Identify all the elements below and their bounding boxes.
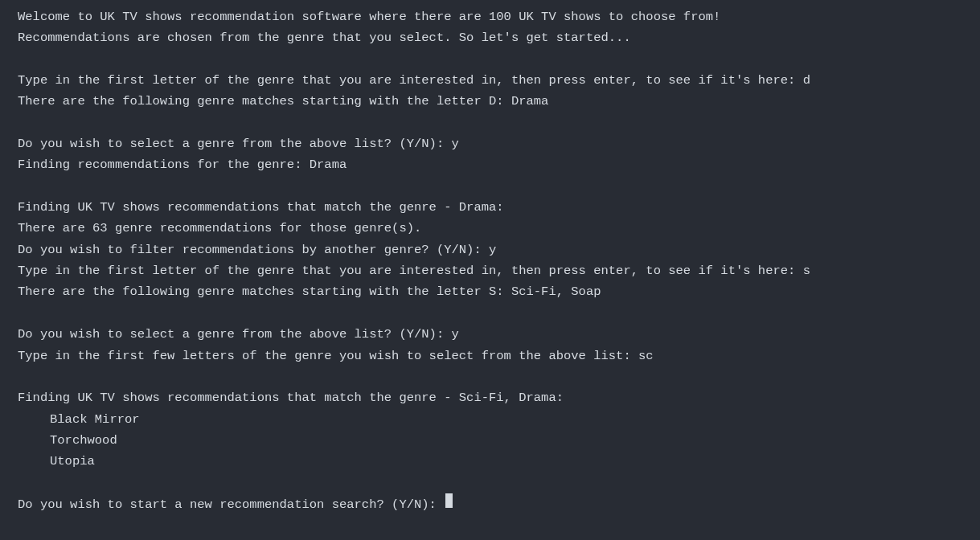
blank-line bbox=[18, 366, 962, 387]
blank-line bbox=[18, 112, 962, 133]
cursor-icon[interactable] bbox=[445, 493, 453, 508]
blank-line bbox=[18, 176, 962, 197]
finding-recommendations-genre: Finding recommendations for the genre: D… bbox=[18, 154, 962, 175]
blank-line bbox=[18, 49, 962, 70]
new-search-prompt-text: Do you wish to start a new recommendatio… bbox=[18, 494, 444, 515]
result-item: Black Mirror bbox=[18, 409, 962, 430]
finding-match-drama: Finding UK TV shows recommendations that… bbox=[18, 197, 962, 218]
type-few-letters-prompt: Type in the first few letters of the gen… bbox=[18, 346, 962, 366]
result-item: Utopia bbox=[18, 451, 962, 472]
new-search-prompt-line[interactable]: Do you wish to start a new recommendatio… bbox=[18, 493, 962, 515]
prompt-first-letter-1: Type in the first letter of the genre th… bbox=[18, 70, 962, 91]
genre-count-msg: There are 63 genre recommendations for t… bbox=[18, 218, 962, 239]
welcome-line-1: Welcome to UK TV shows recommendation so… bbox=[18, 6, 962, 27]
result-item: Torchwood bbox=[18, 430, 962, 451]
blank-line bbox=[18, 303, 962, 324]
genre-matches-d: There are the following genre matches st… bbox=[18, 91, 962, 112]
genre-matches-s: There are the following genre matches st… bbox=[18, 281, 962, 302]
blank-line bbox=[18, 472, 962, 493]
finding-match-scifi-drama: Finding UK TV shows recommendations that… bbox=[18, 387, 962, 408]
filter-another-prompt: Do you wish to filter recommendations by… bbox=[18, 239, 962, 260]
prompt-first-letter-2: Type in the first letter of the genre th… bbox=[18, 260, 962, 281]
welcome-line-2: Recommendations are chosen from the genr… bbox=[18, 27, 962, 48]
select-genre-prompt-2: Do you wish to select a genre from the a… bbox=[18, 324, 962, 345]
select-genre-prompt-1: Do you wish to select a genre from the a… bbox=[18, 133, 962, 154]
